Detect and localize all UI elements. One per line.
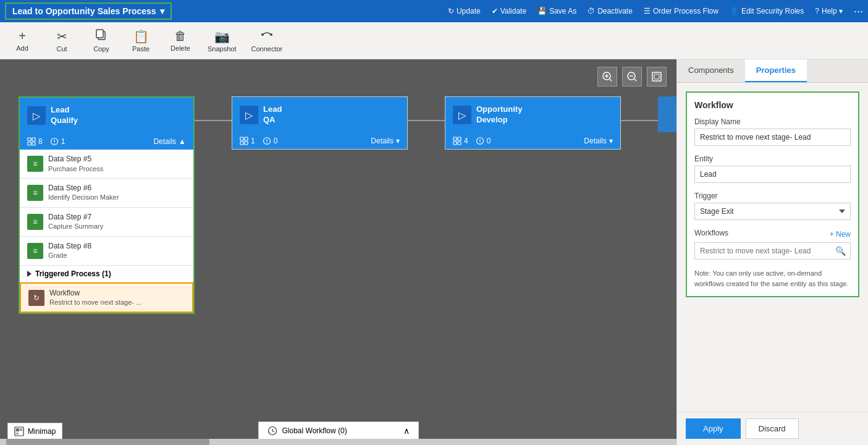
data-step-icon: ≡: [27, 185, 43, 201]
workflows-field-group: Workflows + New 🔍: [694, 229, 851, 260]
toolbar-paste[interactable]: 📋 Paste: [129, 29, 153, 53]
fit-button[interactable]: [647, 67, 667, 87]
detail-text: Data Step #6 Identify Decision Maker: [48, 184, 119, 202]
zoom-in-button[interactable]: [597, 67, 617, 87]
detail-item[interactable]: ≡ Data Step #7 Capture Summary: [20, 208, 193, 237]
trigger-count: 1: [50, 137, 65, 146]
top-bar-actions: ↻ Update ✔ Validate 💾 Save As ⏱ Deactiva…: [448, 5, 863, 18]
stage-lead-qa[interactable]: ▷ Lead QA 1 0 Detai: [232, 96, 408, 150]
order-icon: ☰: [644, 7, 651, 15]
action-validate[interactable]: ✔ Validate: [492, 7, 526, 15]
svg-rect-27: [453, 142, 457, 145]
stage-lead-qualify[interactable]: ▷ Lead Qualify 8 1: [19, 96, 195, 314]
toolbar-delete[interactable]: 🗑 Delete: [168, 29, 193, 52]
discard-button[interactable]: Discard: [746, 418, 799, 439]
workflow-search-icon[interactable]: 🔍: [835, 246, 846, 256]
trigger-count: 0: [476, 137, 491, 145]
toolbar-add[interactable]: + Add: [10, 29, 35, 52]
canvas-area[interactable]: ▷ Lead Qualify 8 1: [0, 59, 676, 445]
triangle-icon: [27, 271, 32, 277]
detail-text: Data Step #7 Capture Summary: [48, 213, 103, 231]
entity-input[interactable]: [694, 166, 851, 183]
stage-lead-qa-footer: 1 0 Details ▾: [232, 133, 407, 149]
workflows-new-link[interactable]: + New: [830, 230, 851, 239]
action-help[interactable]: ? Help ▾: [815, 7, 843, 15]
stage-opportunity-develop[interactable]: ▷ Opportunity Develop 4 0: [445, 96, 621, 150]
process-title-text: Lead to Opportunity Sales Process: [12, 6, 156, 16]
more-options-icon[interactable]: ···: [854, 5, 863, 18]
panel-footer: Apply Discard: [677, 412, 868, 445]
note-text: Note: You can only use active, on-demand…: [694, 268, 851, 289]
apply-button[interactable]: Apply: [686, 418, 741, 439]
action-order-process-flow[interactable]: ☰ Order Process Flow: [644, 7, 718, 15]
workflow-icon: ↻: [28, 290, 44, 306]
display-name-input[interactable]: [694, 129, 851, 146]
action-save-as[interactable]: 💾 Save As: [537, 7, 576, 15]
action-update[interactable]: ↻ Update: [448, 7, 481, 15]
top-bar: Lead to Opportunity Sales Process ▾ ↻ Up…: [0, 0, 868, 22]
svg-point-18: [54, 143, 55, 144]
workflows-label: Workflows: [694, 229, 728, 237]
details-toggle[interactable]: Details ▾: [371, 137, 400, 145]
svg-rect-12: [654, 74, 659, 79]
tab-components[interactable]: Components: [677, 59, 745, 82]
save-as-icon: 💾: [537, 7, 547, 15]
cut-icon: ✂: [57, 29, 67, 44]
workflow-section-title: Workflow: [694, 100, 851, 110]
svg-point-3: [270, 33, 272, 36]
minimap-bar[interactable]: Minimap: [7, 423, 62, 440]
steps-count: 4: [453, 137, 468, 145]
delete-icon: 🗑: [174, 29, 187, 43]
stage-icon: ▷: [27, 106, 46, 125]
toolbar-copy[interactable]: Copy: [89, 28, 114, 53]
process-title[interactable]: Lead to Opportunity Sales Process ▾: [5, 2, 172, 20]
workflow-text: Workflow Restrict to move next stage- ..…: [49, 289, 141, 307]
title-chevron: ▾: [160, 6, 164, 16]
detail-text: Data Step #8 Grade: [48, 242, 91, 260]
stage-lead-qa-header: ▷ Lead QA: [232, 97, 407, 133]
detail-item[interactable]: ≡ Data Step #8 Grade: [20, 237, 193, 266]
workflow-item[interactable]: ↻ Workflow Restrict to move next stage- …: [20, 282, 193, 313]
svg-line-10: [634, 79, 636, 81]
add-icon: +: [19, 29, 26, 43]
svg-rect-32: [16, 428, 19, 431]
svg-point-30: [479, 142, 481, 143]
canvas-controls: [597, 67, 667, 87]
tab-properties[interactable]: Properties: [745, 59, 807, 82]
detail-item[interactable]: ≡ Data Step #5 Purchase Process: [20, 150, 193, 179]
steps-count: 8: [27, 137, 43, 146]
details-toggle[interactable]: Details ▾: [584, 137, 613, 145]
entity-label: Entity: [694, 155, 851, 163]
stage-detail-list: ≡ Data Step #5 Purchase Process ≡ Data S…: [20, 150, 193, 313]
details-toggle[interactable]: Details ▲: [153, 137, 186, 146]
detail-item[interactable]: ≡ Data Step #6 Identify Decision Maker: [20, 179, 193, 208]
svg-rect-34: [16, 433, 19, 434]
stage-opportunity-develop-title: Opportunity Develop: [476, 104, 522, 125]
update-icon: ↻: [448, 7, 454, 15]
trigger-select[interactable]: Stage Exit Stage Enter: [694, 203, 851, 220]
workflow-search-input[interactable]: [694, 242, 851, 260]
toolbar: + Add ✂ Cut Copy 📋 Paste 🗑 Delete 📷 Snap…: [0, 22, 868, 59]
toolbar-cut[interactable]: ✂ Cut: [49, 29, 74, 53]
snapshot-icon: 📷: [214, 29, 230, 44]
action-deactivate[interactable]: ⏱ Deactivate: [588, 7, 633, 15]
horizontal-scrollbar[interactable]: [0, 439, 676, 445]
svg-rect-11: [652, 72, 661, 81]
triggered-section: Triggered Process (1): [20, 266, 193, 282]
action-edit-security-roles[interactable]: 👤 Edit Security Roles: [730, 7, 804, 15]
global-workflow-bar[interactable]: Global Workflow (0) ∧: [258, 422, 419, 440]
trigger-field-group: Trigger Stage Exit Stage Enter: [694, 192, 851, 220]
stage-lead-qualify-title: Lead Qualify: [51, 105, 78, 126]
help-icon: ?: [815, 7, 819, 15]
zoom-out-button[interactable]: [622, 67, 642, 87]
svg-line-7: [610, 79, 612, 81]
security-icon: 👤: [730, 7, 739, 15]
svg-rect-22: [245, 142, 248, 145]
toolbar-connector[interactable]: Connector: [251, 28, 282, 53]
svg-rect-20: [245, 137, 248, 140]
panel-body: Workflow Display Name Entity Trigger Sta…: [677, 83, 868, 412]
display-name-field-group: Display Name: [694, 117, 851, 146]
toolbar-snapshot[interactable]: 📷 Snapshot: [208, 29, 236, 53]
display-name-label: Display Name: [694, 117, 851, 126]
entity-field-group: Entity: [694, 155, 851, 183]
